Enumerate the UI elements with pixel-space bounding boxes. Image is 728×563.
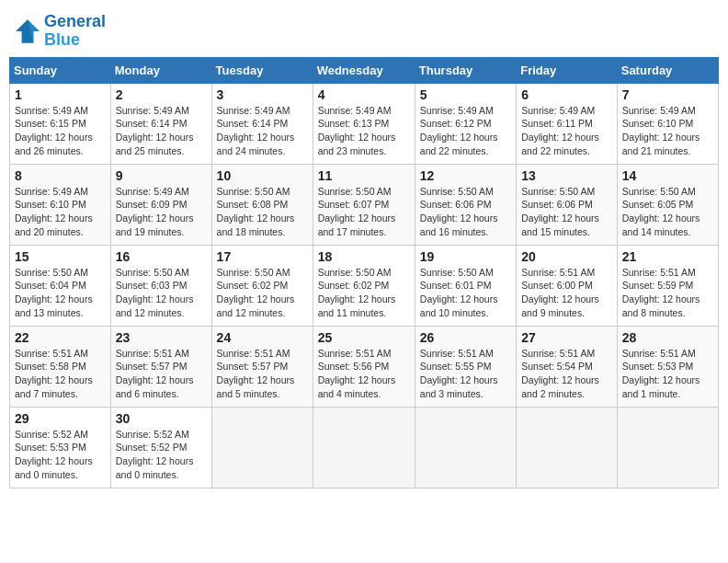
table-row: 6Sunrise: 5:49 AMSunset: 6:11 PMDaylight…: [517, 83, 618, 164]
day-number: 14: [622, 168, 713, 183]
day-number: 4: [318, 87, 410, 102]
day-info: Sunrise: 5:51 AMSunset: 5:56 PMDaylight:…: [318, 347, 410, 401]
daylight-label: Daylight: 12 hours and 26 minutes.: [15, 132, 93, 156]
sunrise-label: Sunrise: 5:49 AM: [15, 186, 88, 197]
day-info: Sunrise: 5:51 AMSunset: 5:57 PMDaylight:…: [217, 347, 308, 401]
sunrise-label: Sunrise: 5:51 AM: [318, 348, 392, 359]
sunrise-label: Sunrise: 5:50 AM: [318, 186, 392, 197]
day-number: 29: [15, 411, 106, 426]
sunset-label: Sunset: 6:04 PM: [15, 280, 86, 291]
day-info: Sunrise: 5:51 AMSunset: 5:57 PMDaylight:…: [116, 347, 207, 401]
day-info: Sunrise: 5:51 AMSunset: 5:55 PMDaylight:…: [420, 347, 511, 401]
calendar-week-row: 8Sunrise: 5:49 AMSunset: 6:10 PMDaylight…: [10, 164, 719, 245]
daylight-label: Daylight: 12 hours and 17 minutes.: [318, 213, 396, 237]
sunset-label: Sunset: 6:05 PM: [622, 199, 694, 210]
sunset-label: Sunset: 6:13 PM: [318, 118, 390, 129]
day-info: Sunrise: 5:51 AMSunset: 5:59 PMDaylight:…: [622, 266, 713, 320]
table-row: 3Sunrise: 5:49 AMSunset: 6:14 PMDaylight…: [211, 83, 313, 164]
day-number: 16: [116, 249, 207, 264]
daylight-label: Daylight: 12 hours and 24 minutes.: [217, 132, 295, 156]
table-row: 7Sunrise: 5:49 AMSunset: 6:10 PMDaylight…: [617, 83, 718, 164]
day-info: Sunrise: 5:49 AMSunset: 6:10 PMDaylight:…: [15, 185, 106, 239]
sunset-label: Sunset: 5:57 PM: [116, 361, 188, 372]
day-number: 30: [116, 411, 207, 426]
day-info: Sunrise: 5:51 AMSunset: 6:00 PMDaylight:…: [521, 266, 612, 320]
day-number: 7: [622, 87, 713, 102]
table-row: [313, 407, 415, 488]
sunrise-label: Sunrise: 5:52 AM: [116, 429, 189, 440]
sunrise-label: Sunrise: 5:50 AM: [116, 267, 189, 278]
calendar-week-row: 1Sunrise: 5:49 AMSunset: 6:15 PMDaylight…: [10, 83, 719, 164]
sunset-label: Sunset: 6:15 PM: [15, 118, 86, 129]
table-row: 23Sunrise: 5:51 AMSunset: 5:57 PMDayligh…: [110, 326, 211, 407]
day-info: Sunrise: 5:50 AMSunset: 6:01 PMDaylight:…: [420, 266, 511, 320]
logo-text: General Blue: [44, 13, 106, 50]
sunrise-label: Sunrise: 5:49 AM: [318, 105, 392, 116]
table-row: [517, 407, 618, 488]
daylight-label: Daylight: 12 hours and 15 minutes.: [521, 213, 599, 237]
col-friday: Friday: [517, 57, 618, 83]
table-row: 2Sunrise: 5:49 AMSunset: 6:14 PMDaylight…: [110, 83, 211, 164]
sunrise-label: Sunrise: 5:50 AM: [318, 267, 392, 278]
day-info: Sunrise: 5:50 AMSunset: 6:06 PMDaylight:…: [521, 185, 612, 239]
table-row: 28Sunrise: 5:51 AMSunset: 5:53 PMDayligh…: [617, 326, 718, 407]
table-row: [211, 407, 313, 488]
col-wednesday: Wednesday: [313, 57, 415, 83]
daylight-label: Daylight: 12 hours and 11 minutes.: [318, 293, 396, 318]
day-info: Sunrise: 5:50 AMSunset: 6:02 PMDaylight:…: [318, 266, 410, 320]
day-number: 17: [217, 249, 308, 264]
daylight-label: Daylight: 12 hours and 7 minutes.: [15, 374, 93, 399]
sunrise-label: Sunrise: 5:50 AM: [217, 186, 290, 197]
day-info: Sunrise: 5:49 AMSunset: 6:09 PMDaylight:…: [116, 185, 207, 239]
col-saturday: Saturday: [617, 57, 718, 83]
table-row: 15Sunrise: 5:50 AMSunset: 6:04 PMDayligh…: [10, 245, 111, 326]
day-number: 6: [521, 87, 612, 102]
daylight-label: Daylight: 12 hours and 16 minutes.: [420, 213, 498, 237]
table-row: 25Sunrise: 5:51 AMSunset: 5:56 PMDayligh…: [313, 326, 415, 407]
day-info: Sunrise: 5:49 AMSunset: 6:15 PMDaylight:…: [15, 104, 106, 158]
sunrise-label: Sunrise: 5:49 AM: [420, 105, 494, 116]
daylight-label: Daylight: 12 hours and 2 minutes.: [521, 374, 599, 399]
day-number: 2: [116, 87, 207, 102]
sunset-label: Sunset: 6:09 PM: [116, 199, 188, 210]
day-number: 25: [318, 330, 410, 345]
day-number: 28: [622, 330, 713, 345]
table-row: 9Sunrise: 5:49 AMSunset: 6:09 PMDaylight…: [110, 164, 211, 245]
sunrise-label: Sunrise: 5:49 AM: [116, 186, 189, 197]
daylight-label: Daylight: 12 hours and 13 minutes.: [15, 293, 93, 318]
sunrise-label: Sunrise: 5:51 AM: [116, 348, 189, 359]
table-row: 16Sunrise: 5:50 AMSunset: 6:03 PMDayligh…: [110, 245, 211, 326]
sunset-label: Sunset: 5:56 PM: [318, 361, 390, 372]
sunrise-label: Sunrise: 5:51 AM: [521, 267, 595, 278]
daylight-label: Daylight: 12 hours and 3 minutes.: [420, 374, 498, 399]
daylight-label: Daylight: 12 hours and 9 minutes.: [521, 293, 599, 318]
day-info: Sunrise: 5:52 AMSunset: 5:52 PMDaylight:…: [116, 428, 207, 482]
sunset-label: Sunset: 5:53 PM: [622, 361, 694, 372]
daylight-label: Daylight: 12 hours and 0 minutes.: [15, 455, 93, 480]
day-number: 8: [15, 168, 106, 183]
sunset-label: Sunset: 5:57 PM: [217, 361, 289, 372]
daylight-label: Daylight: 12 hours and 12 minutes.: [217, 293, 295, 318]
table-row: 14Sunrise: 5:50 AMSunset: 6:05 PMDayligh…: [617, 164, 718, 245]
day-info: Sunrise: 5:49 AMSunset: 6:14 PMDaylight:…: [217, 104, 308, 158]
table-row: 1Sunrise: 5:49 AMSunset: 6:15 PMDaylight…: [10, 83, 111, 164]
table-row: 22Sunrise: 5:51 AMSunset: 5:58 PMDayligh…: [10, 326, 111, 407]
sunset-label: Sunset: 6:10 PM: [622, 118, 694, 129]
calendar-week-row: 29Sunrise: 5:52 AMSunset: 5:53 PMDayligh…: [10, 407, 719, 488]
table-row: 5Sunrise: 5:49 AMSunset: 6:12 PMDaylight…: [415, 83, 516, 164]
daylight-label: Daylight: 12 hours and 19 minutes.: [116, 213, 194, 237]
day-info: Sunrise: 5:49 AMSunset: 6:13 PMDaylight:…: [318, 104, 410, 158]
day-number: 15: [15, 249, 106, 264]
day-info: Sunrise: 5:49 AMSunset: 6:11 PMDaylight:…: [521, 104, 612, 158]
sunset-label: Sunset: 5:59 PM: [622, 280, 694, 291]
sunrise-label: Sunrise: 5:51 AM: [420, 348, 494, 359]
sunrise-label: Sunrise: 5:49 AM: [217, 105, 290, 116]
daylight-label: Daylight: 12 hours and 12 minutes.: [116, 293, 194, 318]
calendar-header-row: Sunday Monday Tuesday Wednesday Thursday…: [10, 57, 719, 83]
col-thursday: Thursday: [415, 57, 516, 83]
sunrise-label: Sunrise: 5:49 AM: [521, 105, 595, 116]
sunset-label: Sunset: 6:14 PM: [116, 118, 188, 129]
daylight-label: Daylight: 12 hours and 4 minutes.: [318, 374, 396, 399]
day-info: Sunrise: 5:49 AMSunset: 6:14 PMDaylight:…: [116, 104, 207, 158]
table-row: 21Sunrise: 5:51 AMSunset: 5:59 PMDayligh…: [617, 245, 718, 326]
